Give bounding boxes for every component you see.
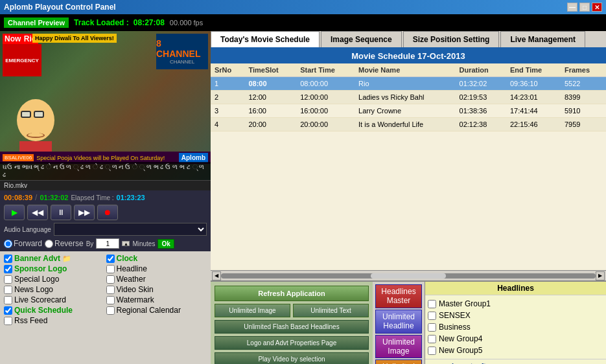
table-row[interactable]: 212:0012:00:00Ladies vs Ricky Bahl02:19:… [211,91,606,104]
scroll-left-arrow[interactable]: ◀ [212,271,221,280]
preview-area: Now Rio Happy Diwali To All Viewers! EME… [0,31,211,180]
ok-button[interactable]: Ok [157,239,174,249]
watermark-label: Watermark [117,295,154,304]
col-start-time: Start Time [296,63,355,77]
time-display: 00:08:39 / 01:32:02 Elapsed Time : 01:23… [4,193,207,202]
maximize-button[interactable]: □ [579,3,590,12]
cell-duration: 01:32:02 [456,77,506,91]
minimize-button[interactable]: — [567,3,577,12]
table-row[interactable]: 108:0008:00:00Rio01:32:0209:36:105522 [211,77,606,91]
video-skin-checkbox[interactable] [106,286,115,294]
headline-checkbox-4[interactable] [428,347,436,355]
banner-advt-checkbox[interactable] [4,255,12,263]
sponsor-logo-label: Sponsor Logo [14,264,67,273]
left-panel: Now Rio Happy Diwali To All Viewers! EME… [0,31,211,364]
headline-checkbox-0[interactable] [428,300,436,308]
checkbox-special-logo: Special Logo [4,275,105,284]
tab-image-sequence[interactable]: Image Sequence [321,31,402,47]
tab-row: Today's Movie Schedule Image Sequence Si… [211,31,606,49]
headline-label: Business [439,323,471,332]
bottom-panels: Refresh Application Unlimited Image Unli… [211,280,606,364]
weather-checkbox[interactable] [106,275,115,284]
cell-end: 09:36:10 [506,77,561,91]
col-timeslot: TimeSlot [244,63,296,77]
tab-movie-schedule[interactable]: Today's Movie Schedule [211,31,320,47]
unlimited-text-thumb-button[interactable]: Unlimited Text [375,359,422,364]
cell-srno: 4 [211,118,244,131]
checkbox-news-logo: News Logo [4,285,105,294]
watermark-checkbox[interactable] [106,296,115,304]
tab-size-position[interactable]: Size Position Setting [403,31,500,47]
folder-icon[interactable]: 📁 [62,255,71,263]
schedule-table-container[interactable]: SrNo TimeSlot Start Time Movie Name Dura… [211,63,606,270]
scroll-track[interactable] [221,273,596,279]
record-button[interactable]: ⏺ [97,205,118,220]
play-button[interactable]: ▶ [4,205,25,220]
rewind-button[interactable]: ◀◀ [27,205,48,220]
cell-frames: 5910 [561,104,606,118]
minutes-up[interactable]: ▲ [122,241,130,246]
rss-feed-checkbox[interactable] [4,317,12,325]
clock-checkbox[interactable] [106,255,115,263]
headline-label: Headline [117,264,147,273]
schedule-table: SrNo TimeSlot Start Time Movie Name Dura… [211,63,606,131]
tab-live-management[interactable]: Live Management [500,31,585,47]
unlimited-image-button[interactable]: Unlimited Image [215,304,290,317]
reverse-radio-label[interactable]: Reverse [45,239,84,248]
scroll-thumb[interactable] [371,273,446,279]
cell-end: 22:15:46 [506,118,561,131]
headlines-panel: Headlines Master Group1SENSEXBusinessNew… [425,282,606,364]
table-row[interactable]: 316:0016:00:00Larry Crowne01:38:3617:41:… [211,104,606,118]
play-video-button[interactable]: Play Video by selection [215,352,369,364]
headline-checkbox[interactable] [106,265,115,273]
cell-duration: 02:12:38 [456,118,506,131]
headline-item: SENSEX [428,310,603,321]
ticker: ઘઉ ના ભાવ ભ્ ઢ ે ન ઉ ળ ્ ઢ ળ ે ઢ ્ ળ ન ઉ… [0,162,211,180]
special-logo-label: Special Logo [14,275,59,284]
thumbnails-panel: Headlines Master Unlimited Headline Unli… [373,282,425,364]
transport-section: 00:08:39 / 01:32:02 Elapsed Time : 01:23… [0,190,211,251]
headline-checkbox-2[interactable] [428,323,436,332]
banner-advt-label: Banner Advt [14,254,60,263]
checkboxes-section: Banner Advt 📁 Clock Sponsor Logo Headlin… [0,251,211,364]
cell-srno: 1 [211,77,244,91]
table-row[interactable]: 420:0020:00:00It is a Wonderful Life02:1… [211,118,606,131]
rss-feed-label: Rss Feed [14,316,47,325]
regional-calendar-checkbox[interactable] [106,306,115,315]
forward-radio[interactable] [4,240,12,248]
elapsed-time: 01:23:23 [117,194,145,201]
horizontal-scrollbar[interactable]: ◀ ▶ [211,270,606,280]
cell-movie: Rio [355,77,455,91]
pause-button[interactable]: ⏸ [51,205,71,220]
audio-language-select[interactable] [54,223,207,236]
headline-label: New Group5 [439,346,482,355]
quick-schedule-checkbox[interactable] [4,306,12,315]
scroll-right-arrow[interactable]: ▶ [596,271,605,280]
unlimited-image-thumb-button[interactable]: Unlimited Image [375,335,422,359]
cell-srno: 2 [211,91,244,104]
time-counter: 00:08:39 [4,194,32,201]
live-scorecard-checkbox[interactable] [4,296,12,304]
headline-checkbox-3[interactable] [428,335,436,343]
headline-label: New Group4 [439,334,482,343]
checkbox-quick-schedule: Quick Schedule [4,306,105,315]
logo-advt-button[interactable]: Logo and Advt Properties Page [215,336,369,350]
forward-radio-label[interactable]: Forward [4,239,42,248]
col-srno: SrNo [211,63,244,77]
special-logo-checkbox[interactable] [4,275,12,284]
cell-frames: 5522 [561,77,606,91]
refresh-application-button[interactable]: Refresh Application [215,286,369,301]
by-label: By [86,240,94,247]
unlimited-text-button[interactable]: Unlimited Text [293,304,369,317]
close-button[interactable]: ✕ [592,3,602,12]
minutes-input[interactable] [96,238,119,249]
cell-duration: 01:38:36 [456,104,506,118]
unlimited-flash-button[interactable]: Unlimited Flash Based Headlines [215,320,369,334]
unlimited-headline-button[interactable]: Unlimited Headline [375,310,422,334]
headline-checkbox-1[interactable] [428,312,436,320]
sponsor-logo-checkbox[interactable] [4,265,12,273]
reverse-radio[interactable] [45,240,53,248]
news-logo-checkbox[interactable] [4,286,12,294]
headlines-master-button[interactable]: Headlines Master [375,284,422,308]
forward-button[interactable]: ▶▶ [74,205,95,220]
